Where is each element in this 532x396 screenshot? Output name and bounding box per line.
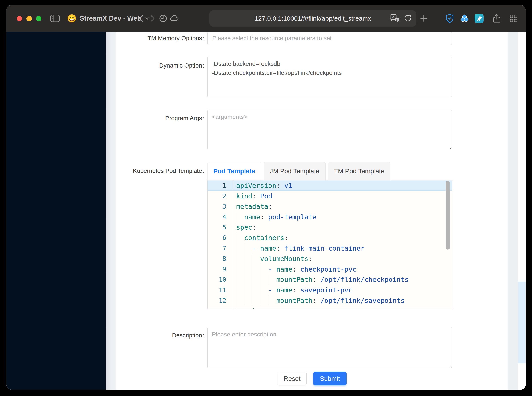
content-gutter-left	[106, 32, 116, 390]
code-line: 12 mountPath: /opt/flink/savepoints	[208, 295, 452, 306]
code-line: 13 volumes:	[208, 306, 452, 309]
sidebar-toggle-icon[interactable]	[50, 14, 60, 23]
content-gutter-right	[508, 32, 518, 390]
code-line: 10 mountPath: /opt/flink/checkpoints	[208, 274, 452, 285]
indent-guide	[244, 295, 244, 306]
indent-guide	[236, 253, 236, 264]
line-number: 10	[208, 274, 234, 285]
new-tab-plus-icon[interactable]	[419, 14, 429, 23]
address-url: 127.0.0.1:10001/#/flink/app/edit_streamx	[255, 15, 371, 22]
tm-memory-options-label: TM Memory Options:	[116, 32, 205, 45]
tab-pod-template[interactable]: Pod Template	[207, 162, 261, 180]
close-button[interactable]	[17, 16, 22, 21]
code-line: 7 - name: flink-main-container	[208, 243, 452, 254]
line-number: 12	[208, 295, 234, 306]
tab-overview-grid-icon[interactable]	[509, 14, 518, 23]
indent-guide	[260, 285, 260, 295]
line-number: 1	[208, 180, 234, 191]
code-line: 1apiVersion: v1	[208, 180, 452, 191]
line-number: 8	[208, 253, 234, 264]
reload-icon[interactable]	[403, 14, 412, 23]
indent-guide	[236, 306, 236, 309]
zoom-button[interactable]	[36, 16, 41, 21]
code-line: 9 - name: checkpoint-pvc	[208, 264, 452, 274]
line-number: 7	[208, 243, 234, 254]
indent-guide	[260, 274, 260, 285]
forward-button[interactable]	[147, 14, 157, 23]
line-number: 9	[208, 264, 234, 274]
line-number: 13	[208, 306, 234, 309]
indent-guide	[268, 274, 268, 285]
code-line: 2kind: Pod	[208, 191, 452, 201]
site-favicon-emoji: 😆	[67, 15, 77, 22]
reset-button[interactable]: Reset	[278, 372, 307, 385]
kubernetes-pod-template-label: Kubernetes Pod Template:	[116, 164, 205, 177]
line-number: 4	[208, 212, 234, 222]
code-line: 6 containers:	[208, 233, 452, 243]
page-body: TM Memory Options: Dynamic Option: -Dsta…	[6, 32, 526, 390]
window-title: StreamX Dev - Web	[80, 15, 141, 22]
indent-guide	[244, 253, 244, 264]
dynamic-option-textarea[interactable]: -Dstate.backend=rocksdb -Dstate.checkpoi…	[207, 57, 452, 97]
tab-tm-pod-template[interactable]: TM Pod Template	[328, 162, 391, 180]
code-line: 4 name: pod-template	[208, 212, 452, 222]
tm-memory-options-input[interactable]	[207, 32, 452, 45]
indent-guide	[252, 264, 252, 274]
description-label: Description:	[116, 329, 205, 342]
trefoil-extension-icon[interactable]	[460, 14, 469, 23]
screen: 😆 StreamX Dev - Web 127.0	[0, 0, 532, 396]
indent-guide	[236, 285, 236, 295]
traffic-lights	[17, 16, 41, 21]
indent-guide	[260, 264, 260, 274]
pod-template-code-editor[interactable]: 1apiVersion: v12kind: Pod3metadata:4 nam…	[207, 180, 452, 309]
submit-button[interactable]: Submit	[313, 372, 347, 385]
program-args-textarea[interactable]	[207, 110, 452, 149]
page-scrollbar-thumb[interactable]	[518, 282, 526, 363]
indent-guide	[236, 295, 236, 306]
indent-guide	[260, 295, 260, 306]
back-button[interactable]	[137, 14, 147, 23]
highlighter-extension-icon[interactable]	[474, 14, 484, 23]
indent-guide	[244, 274, 244, 285]
code-line: 5spec:	[208, 222, 452, 233]
line-number: 2	[208, 191, 234, 201]
line-number: 5	[208, 222, 234, 233]
svg-text:A: A	[392, 15, 395, 19]
svg-text:文: 文	[395, 18, 398, 21]
line-number: 3	[208, 201, 234, 212]
code-line: 11 - name: savepoint-pvc	[208, 285, 452, 295]
tab-jm-pod-template[interactable]: JM Pod Template	[264, 162, 325, 180]
shield-extension-icon[interactable]	[445, 14, 455, 23]
indent-guide	[236, 274, 236, 285]
code-line: 3metadata:	[208, 201, 452, 212]
indent-guide	[236, 243, 236, 254]
browser-toolbar: 😆 StreamX Dev - Web 127.0	[6, 5, 526, 32]
program-args-label: Program Args:	[116, 112, 205, 125]
description-textarea[interactable]	[207, 327, 452, 368]
code-line: 8 volumeMounts:	[208, 253, 452, 264]
browser-window: 😆 StreamX Dev - Web 127.0	[6, 5, 526, 390]
indent-guide	[252, 285, 252, 295]
indent-guide	[244, 243, 244, 254]
indent-guide	[252, 274, 252, 285]
indent-guide	[252, 295, 252, 306]
edit-application-form: TM Memory Options: Dynamic Option: -Dsta…	[116, 32, 508, 390]
app-sidebar	[6, 32, 106, 390]
address-bar[interactable]: 127.0.0.1:10001/#/flink/app/edit_streamx…	[210, 10, 416, 27]
indent-guide	[236, 264, 236, 274]
editor-scrollbar-thumb[interactable]	[446, 181, 450, 250]
line-number: 6	[208, 233, 234, 243]
indent-guide	[268, 295, 268, 306]
pod-template-tabs: Pod TemplateJM Pod TemplateTM Pod Templa…	[207, 162, 390, 180]
share-icon[interactable]	[492, 14, 502, 23]
minimize-button[interactable]	[26, 16, 32, 21]
history-clock-icon[interactable]	[158, 14, 168, 23]
translate-icon[interactable]: A 文	[389, 14, 400, 23]
indent-guide	[244, 285, 244, 295]
line-number: 11	[208, 285, 234, 295]
address-bar-icons: A 文	[389, 10, 412, 27]
cloud-tabs-icon[interactable]	[169, 14, 179, 23]
indent-guide	[236, 212, 236, 222]
indent-guide	[244, 264, 244, 274]
indent-guide	[236, 233, 236, 243]
